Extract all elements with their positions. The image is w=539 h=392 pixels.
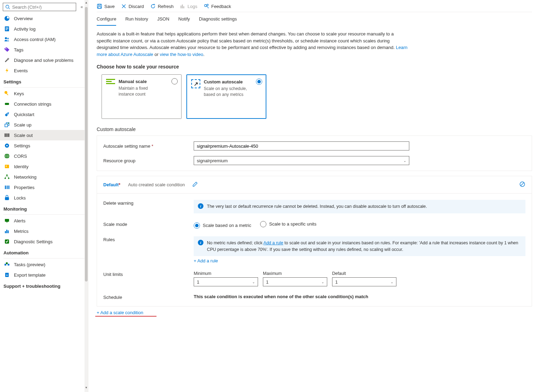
search-input[interactable] [12, 5, 74, 10]
nav-section-settings: Settings [0, 76, 88, 87]
svg-point-19 [6, 145, 8, 146]
scroll-thumb[interactable] [85, 7, 88, 281]
save-button[interactable]: Save [97, 3, 115, 9]
add-rule-link[interactable]: + Add a rule [194, 258, 218, 263]
chevron-down-icon: ⌄ [321, 280, 324, 284]
edit-icon[interactable] [192, 181, 198, 188]
tasks-icon [4, 262, 10, 267]
sidebar-scrollbar[interactable]: ▲ ▼ [85, 0, 88, 392]
scroll-down-arrow[interactable]: ▼ [85, 386, 88, 391]
discard-button[interactable]: Discard [121, 3, 144, 9]
chevron-down-icon: ⌄ [403, 159, 406, 163]
nav-scale-up[interactable]: Scale up [0, 120, 88, 130]
tab-run-history[interactable]: Run history [125, 16, 148, 26]
default-select[interactable]: 1⌄ [332, 277, 396, 286]
autoscale-name-input[interactable] [194, 141, 409, 150]
radio-unchecked-icon [260, 221, 266, 227]
key-icon [4, 91, 10, 96]
svg-rect-17 [8, 133, 9, 137]
svg-rect-39 [6, 262, 8, 264]
svg-line-52 [521, 183, 524, 186]
nav-scale-out[interactable]: Scale out [0, 130, 88, 140]
svg-point-9 [6, 48, 7, 49]
nav-overview[interactable]: Overview [0, 13, 88, 24]
collapse-sidebar-button[interactable]: « [78, 5, 85, 9]
howto-video-link[interactable]: view the how-to video [160, 52, 203, 57]
delete-warning-label: Delete warning [103, 200, 194, 213]
card-title: Manual scale [119, 79, 164, 84]
nav-keys[interactable]: Keys [0, 88, 88, 99]
tabs: Configure Run history JSON Notify Diagno… [97, 12, 532, 26]
svg-rect-29 [7, 186, 8, 189]
nav-locks[interactable]: Locks [0, 193, 88, 203]
nav-diagnostic-settings[interactable]: Diagnostic Settings [0, 236, 88, 247]
nav-activity-log[interactable]: Activity log [0, 24, 88, 34]
manual-scale-icon [106, 79, 115, 114]
search-icon [5, 5, 10, 9]
nav-alerts[interactable]: Alerts [0, 215, 88, 226]
nav-identity[interactable]: Identity [0, 161, 88, 172]
chevron-down-icon: ⌄ [252, 280, 255, 284]
max-select[interactable]: 1⌄ [263, 277, 327, 286]
scale-metric-radio[interactable]: Scale based on a metric [194, 222, 251, 229]
svg-rect-23 [5, 165, 9, 168]
nav-metrics[interactable]: Metrics [0, 226, 88, 236]
svg-rect-5 [6, 28, 8, 29]
nav-properties[interactable]: Properties [0, 182, 88, 193]
info-icon: i [198, 240, 203, 245]
manual-scale-card[interactable]: Manual scale Maintain a fixed instance c… [102, 74, 182, 119]
custom-autoscale-card[interactable]: ↗ Custom autoscale Scale on any schedule… [186, 74, 266, 119]
plug-icon [4, 101, 10, 107]
nav-events[interactable]: Events [0, 65, 88, 76]
scale-mode-cards: Manual scale Maintain a fixed instance c… [102, 74, 532, 119]
svg-point-10 [5, 91, 7, 94]
svg-point-24 [6, 166, 7, 167]
resource-group-label: Resource group [103, 158, 194, 163]
nav-tags[interactable]: Tags [0, 44, 88, 55]
iam-icon [4, 36, 10, 42]
tab-configure[interactable]: Configure [97, 16, 116, 26]
nav-connection-strings[interactable]: Connection strings [0, 99, 88, 109]
add-scale-condition-link[interactable]: + Add a scale condition [97, 310, 143, 315]
scale-up-icon [4, 122, 10, 128]
search-box[interactable] [3, 3, 76, 11]
svg-rect-42 [98, 4, 100, 6]
nav-quickstart[interactable]: Quickstart [0, 109, 88, 120]
default-label: Default [332, 271, 396, 276]
nav-export-template[interactable]: Export template [0, 270, 88, 280]
svg-rect-31 [5, 197, 9, 200]
svg-rect-47 [182, 5, 183, 8]
tab-notify[interactable]: Notify [178, 16, 190, 26]
scale-mode-label: Scale mode [103, 221, 194, 229]
svg-point-26 [5, 178, 6, 179]
tab-json[interactable]: JSON [157, 16, 169, 26]
scroll-up-arrow[interactable]: ▲ [85, 1, 88, 6]
nav-section-automation: Automation [0, 247, 88, 258]
refresh-button[interactable]: Refresh [150, 3, 174, 9]
nav-settings[interactable]: Settings [0, 140, 88, 151]
tab-diagnostic-settings[interactable]: Diagnostic settings [199, 16, 237, 26]
condition-body: Delete warning i The very last or defaul… [97, 193, 532, 307]
nav-cors[interactable]: CORS [0, 151, 88, 161]
resource-group-select[interactable]: signalrpremium ⌄ [194, 156, 409, 165]
svg-rect-11 [6, 93, 8, 95]
min-label: Minimum [194, 271, 258, 276]
main-content: Save Discard Refresh Logs Feedback Confi… [88, 0, 539, 392]
min-select[interactable]: 1⌄ [194, 277, 258, 286]
feedback-button[interactable]: Feedback [203, 3, 231, 9]
nav-networking[interactable]: Networking [0, 172, 88, 182]
schedule-message: This scale condition is executed when no… [194, 294, 525, 300]
wrench-icon [4, 57, 10, 63]
scale-units-radio[interactable]: Scale to a specific units [260, 221, 316, 227]
export-icon [4, 272, 10, 278]
nav-section-support: Support + troubleshooting [0, 280, 88, 291]
nav-tasks[interactable]: Tasks (preview) [0, 259, 88, 270]
alert-icon [4, 218, 10, 223]
add-rule-inline-link[interactable]: Add a rule [264, 240, 283, 245]
condition-header: Default* Auto created scale condition [97, 176, 532, 193]
deny-icon[interactable] [519, 181, 525, 188]
nav-access-control[interactable]: Access control (IAM) [0, 34, 88, 44]
nav-diagnose[interactable]: Diagnose and solve problems [0, 55, 88, 65]
svg-rect-33 [5, 231, 6, 233]
feedback-icon [203, 3, 209, 9]
